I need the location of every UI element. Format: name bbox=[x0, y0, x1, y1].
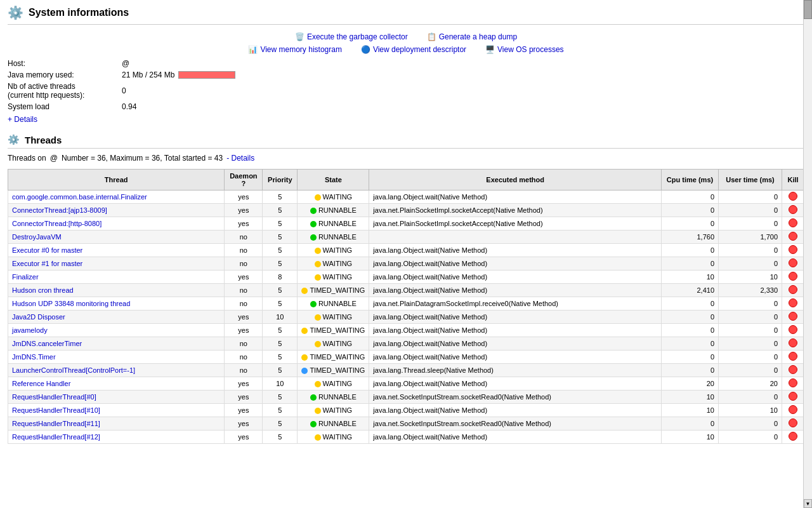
col-header-cpu: Cpu time (ms) bbox=[662, 170, 719, 190]
cpu-cell: 0 bbox=[662, 204, 719, 217]
cpu-cell: 1,760 bbox=[662, 231, 719, 244]
os-processes-link[interactable]: 🖥️ View OS processes bbox=[485, 45, 564, 54]
state-cell: WAITING bbox=[298, 377, 369, 391]
kill-cell bbox=[782, 337, 804, 351]
threads-host: @ bbox=[50, 154, 58, 163]
state-dot bbox=[310, 394, 317, 401]
col-header-daemon: Daemon ? bbox=[225, 170, 263, 190]
page-container: ⚙️ System informations 🗑️ Execute the ga… bbox=[0, 0, 812, 449]
thread-link[interactable]: com.google.common.base.internal.Finalize… bbox=[12, 193, 147, 201]
priority-cell: 5 bbox=[263, 391, 298, 404]
scrollbar[interactable]: ▼ bbox=[803, 0, 812, 449]
user-time-cell: 0 bbox=[719, 257, 782, 271]
thread-link[interactable]: RequestHandlerThread[#11] bbox=[12, 420, 100, 427]
kill-button[interactable] bbox=[789, 338, 797, 347]
active-threads-value: 0 bbox=[122, 86, 126, 95]
table-row: Executor #1 for masterno5WAITINGjava.lan… bbox=[8, 257, 804, 271]
thread-link[interactable]: Executor #0 for master bbox=[12, 246, 82, 254]
scrollbar-thumb[interactable] bbox=[804, 0, 812, 19]
table-row: Hudson cron threadno5TIMED_WAITINGjava.l… bbox=[8, 284, 804, 297]
thread-link[interactable]: DestroyJavaVM bbox=[12, 233, 62, 241]
table-row: javamelodyyes5TIMED_WAITINGjava.lang.Obj… bbox=[8, 324, 804, 337]
system-details-link[interactable]: + Details bbox=[8, 115, 37, 124]
table-row: JmDNS.cancelerTimerno5WAITINGjava.lang.O… bbox=[8, 337, 804, 351]
heap-dump-link[interactable]: 📋 Generate a heap dump bbox=[427, 32, 517, 41]
thread-link[interactable]: Hudson cron thread bbox=[12, 286, 74, 294]
thread-link[interactable]: JmDNS.cancelerTimer bbox=[12, 340, 82, 347]
state-cell: WAITING bbox=[298, 244, 369, 257]
state-cell: RUNNABLE bbox=[298, 217, 369, 231]
thread-link[interactable]: ConnectorThread:[ajp13-8009] bbox=[12, 206, 107, 214]
threads-on-label: Threads on bbox=[8, 154, 46, 163]
thread-link[interactable]: Finalizer bbox=[12, 273, 39, 281]
cpu-cell: 0 bbox=[662, 311, 719, 324]
thread-link[interactable]: RequestHandlerThread[#0] bbox=[12, 393, 96, 401]
kill-button[interactable] bbox=[789, 418, 797, 427]
user-time-cell: 0 bbox=[719, 417, 782, 431]
thread-link[interactable]: javamelody bbox=[12, 326, 48, 334]
host-row: Host: @ bbox=[8, 59, 804, 68]
page-title-bar: ⚙️ System informations bbox=[8, 5, 804, 25]
kill-button[interactable] bbox=[789, 325, 797, 334]
cpu-cell: 0 bbox=[662, 324, 719, 337]
threads-details-link[interactable]: - Details bbox=[226, 154, 254, 163]
kill-button[interactable] bbox=[789, 312, 797, 321]
state-dot bbox=[315, 314, 321, 321]
kill-button[interactable] bbox=[789, 205, 797, 214]
kill-button[interactable] bbox=[789, 272, 797, 281]
kill-button[interactable] bbox=[789, 258, 797, 267]
kill-button[interactable] bbox=[789, 285, 797, 294]
user-time-cell: 0 bbox=[719, 244, 782, 257]
thread-link[interactable]: Reference Handler bbox=[12, 380, 70, 387]
method-cell: java.lang.Object.wait(Native Method) bbox=[369, 337, 662, 351]
thread-link[interactable]: JmDNS.Timer bbox=[12, 353, 56, 361]
kill-cell bbox=[782, 271, 804, 284]
kill-button[interactable] bbox=[789, 232, 797, 241]
kill-button[interactable] bbox=[789, 432, 797, 441]
user-time-cell: 0 bbox=[719, 431, 782, 444]
method-cell: java.lang.Object.wait(Native Method) bbox=[369, 257, 662, 271]
kill-button[interactable] bbox=[789, 378, 797, 387]
table-row: DestroyJavaVMno5RUNNABLE1,7601,700 bbox=[8, 231, 804, 244]
method-cell: java.lang.Object.wait(Native Method) bbox=[369, 404, 662, 417]
thread-link[interactable]: ConnectorThread:[http-8080] bbox=[12, 220, 102, 227]
kill-button[interactable] bbox=[789, 218, 797, 227]
cpu-cell: 0 bbox=[662, 417, 719, 431]
cpu-cell: 0 bbox=[662, 351, 719, 364]
thread-link[interactable]: RequestHandlerThread[#12] bbox=[12, 433, 100, 441]
thread-link[interactable]: RequestHandlerThread[#10] bbox=[12, 406, 100, 414]
kill-button[interactable] bbox=[789, 245, 797, 254]
method-cell: java.lang.Object.wait(Native Method) bbox=[369, 244, 662, 257]
gc-link[interactable]: 🗑️ Execute the garbage collector bbox=[295, 32, 408, 41]
user-time-cell: 20 bbox=[719, 377, 782, 391]
deployment-descriptor-link[interactable]: 🔵 View deployment descriptor bbox=[361, 45, 466, 54]
priority-cell: 10 bbox=[263, 377, 298, 391]
kill-cell bbox=[782, 284, 804, 297]
threads-stats: Number = 36, Maximum = 36, Total started… bbox=[62, 154, 223, 163]
daemon-cell: yes bbox=[225, 271, 263, 284]
table-row: RequestHandlerThread[#12]yes5WAITINGjava… bbox=[8, 431, 804, 444]
kill-button[interactable] bbox=[789, 405, 797, 414]
user-time-cell: 0 bbox=[719, 190, 782, 204]
kill-cell bbox=[782, 244, 804, 257]
thread-link[interactable]: Executor #1 for master bbox=[12, 260, 82, 267]
kill-button[interactable] bbox=[789, 352, 797, 361]
cpu-cell: 0 bbox=[662, 297, 719, 311]
thread-link[interactable]: Hudson UDP 33848 monitoring thread bbox=[12, 300, 130, 307]
thread-link[interactable]: Java2D Disposer bbox=[12, 313, 65, 321]
deployment-icon: 🔵 bbox=[361, 45, 370, 54]
method-cell: java.lang.Object.wait(Native Method) bbox=[369, 351, 662, 364]
kill-button[interactable] bbox=[789, 298, 797, 307]
table-row: Hudson UDP 33848 monitoring threadno5RUN… bbox=[8, 297, 804, 311]
active-threads-row: Nb of active threads(current http reques… bbox=[8, 82, 804, 100]
user-time-cell: 0 bbox=[719, 204, 782, 217]
col-header-priority: Priority bbox=[263, 170, 298, 190]
memory-histogram-link[interactable]: 📊 View memory histogram bbox=[248, 45, 341, 54]
kill-button[interactable] bbox=[789, 392, 797, 401]
kill-button[interactable] bbox=[789, 192, 797, 201]
thread-link[interactable]: LauncherControlThread[ControlPort=-1] bbox=[12, 366, 135, 374]
method-cell: java.net.PlainSocketImpl.socketAccept(Na… bbox=[369, 204, 662, 217]
priority-cell: 5 bbox=[263, 364, 298, 377]
method-cell: java.lang.Object.wait(Native Method) bbox=[369, 431, 662, 444]
kill-button[interactable] bbox=[789, 365, 797, 374]
